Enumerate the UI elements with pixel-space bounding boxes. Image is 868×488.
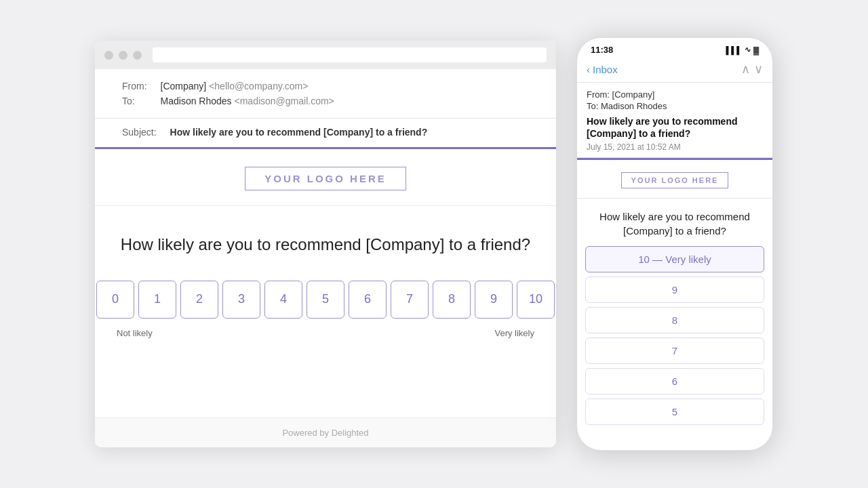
nps-button-3[interactable]: 3 <box>222 281 260 319</box>
phone-nav-back[interactable]: ‹ Inbox <box>587 64 618 75</box>
phone-email-header: From: [Company] To: Madison Rhodes How l… <box>577 83 772 158</box>
mobile-nps-option-2[interactable]: 8 <box>585 307 764 333</box>
email-footer: Powered by Delighted <box>95 418 556 447</box>
to-value: Madison Rhodes <madison@gmail.com> <box>161 94 334 108</box>
phone-status-bar: 11:38 ▌▌▌ ∿ ▓ <box>577 38 772 59</box>
back-chevron-icon: ‹ <box>587 64 590 75</box>
label-not-likely: Not likely <box>117 328 153 338</box>
nps-button-5[interactable]: 5 <box>307 281 344 319</box>
phone-nav-arrows: ∧ ∨ <box>741 62 763 77</box>
to-email: <madison@gmail.com> <box>235 96 334 106</box>
next-email-button[interactable]: ∨ <box>754 62 763 77</box>
desktop-email-client: From: [Company] <hello@company.com> To: … <box>95 41 556 447</box>
nps-labels: Not likely Very likely <box>115 328 536 338</box>
phone-date: July 15, 2021 at 10:52 AM <box>587 142 763 152</box>
from-label: From: <box>122 79 161 94</box>
traffic-light-red <box>104 51 113 60</box>
email-subject: Subject: How likely are you to recommend… <box>95 119 556 149</box>
email-body: YOUR LOGO HERE How likely are you to rec… <box>95 149 556 447</box>
prev-email-button[interactable]: ∧ <box>741 62 750 77</box>
address-bar[interactable] <box>153 47 547 62</box>
traffic-light-yellow <box>119 51 127 60</box>
status-icons: ▌▌▌ ∿ ▓ <box>726 45 759 54</box>
nps-button-10[interactable]: 10 <box>517 281 555 319</box>
phone-survey-question: How likely are you to recommend [Company… <box>577 199 772 246</box>
nps-button-7[interactable]: 7 <box>391 281 429 319</box>
logo-area: YOUR LOGO HERE <box>95 149 556 206</box>
sender-email: <hello@company.com> <box>209 81 308 92</box>
phone-logo-area: YOUR LOGO HERE <box>577 160 772 199</box>
label-very-likely: Very likely <box>494 328 534 338</box>
mobile-nps-option-4[interactable]: 6 <box>585 368 764 394</box>
phone-from: From: [Company] <box>587 89 763 100</box>
mobile-nps-option-0[interactable]: 10 — Very likely <box>585 246 764 272</box>
battery-icon: ▓ <box>753 46 759 54</box>
phone-nav-bar: ‹ Inbox ∧ ∨ <box>577 59 772 83</box>
phone-logo-placeholder: YOUR LOGO HERE <box>621 172 729 188</box>
mobile-nps-option-5[interactable]: 5 <box>585 399 764 425</box>
sender-name: [Company] <box>161 81 207 92</box>
to-name: Madison Rhodes <box>161 96 232 106</box>
phone-nps-list: 10 — Very likely98765 <box>577 246 772 433</box>
wifi-icon: ∿ <box>745 45 751 54</box>
phone-to: To: Madison Rhodes <box>587 101 763 111</box>
subject-label: Subject: <box>122 125 170 139</box>
mobile-phone: 11:38 ▌▌▌ ∿ ▓ ‹ Inbox ∧ ∨ From: [Company… <box>576 37 773 451</box>
nps-button-9[interactable]: 9 <box>475 281 513 319</box>
phone-time: 11:38 <box>591 45 613 55</box>
logo-placeholder: YOUR LOGO HERE <box>245 167 406 190</box>
signal-icon: ▌▌▌ <box>726 46 742 54</box>
mobile-nps-option-3[interactable]: 7 <box>585 338 764 364</box>
phone-subject: How likely are you to recommend [Company… <box>587 115 763 140</box>
traffic-light-green <box>133 51 142 60</box>
from-value: [Company] <hello@company.com> <box>161 79 334 94</box>
nps-button-0[interactable]: 0 <box>96 281 134 319</box>
to-label: To: <box>122 94 161 108</box>
nps-scale: 012345678910 <box>96 281 555 319</box>
nps-button-8[interactable]: 8 <box>433 281 471 319</box>
title-bar <box>95 41 556 69</box>
subject-text: How likely are you to recommend [Company… <box>170 125 428 139</box>
survey-area: How likely are you to recommend [Company… <box>95 206 556 418</box>
nps-button-4[interactable]: 4 <box>264 281 302 319</box>
footer-text: Powered by Delighted <box>282 428 368 438</box>
nps-button-1[interactable]: 1 <box>138 281 176 319</box>
phone-body: YOUR LOGO HERE How likely are you to rec… <box>577 160 772 450</box>
nps-button-6[interactable]: 6 <box>349 281 387 319</box>
survey-question: How likely are you to recommend [Company… <box>121 233 530 256</box>
mobile-nps-option-1[interactable]: 9 <box>585 277 764 303</box>
inbox-label[interactable]: Inbox <box>593 64 618 75</box>
nps-button-2[interactable]: 2 <box>180 281 218 319</box>
email-meta: From: [Company] <hello@company.com> To: … <box>95 69 556 119</box>
